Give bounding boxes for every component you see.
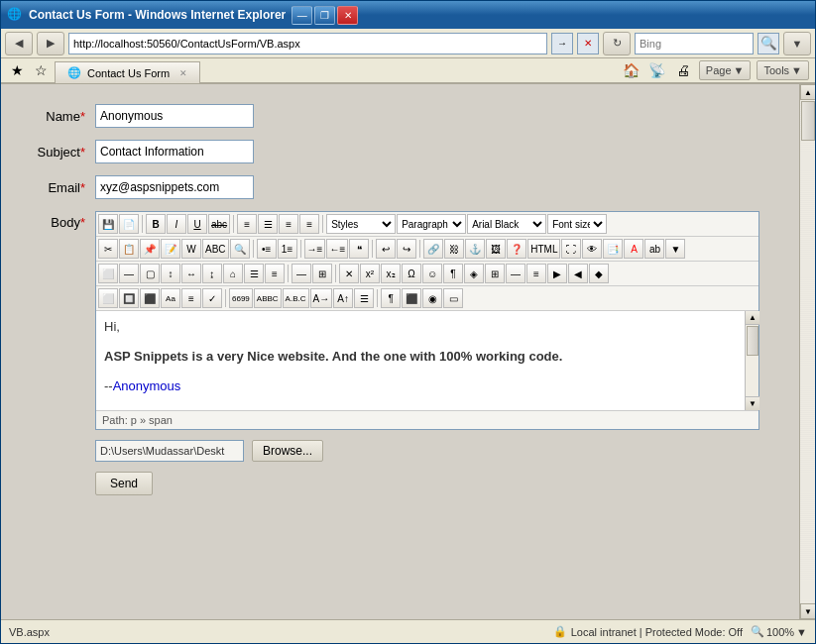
scroll-up-arrow[interactable]: ▲ — [800, 84, 815, 100]
browse-button[interactable]: Browse... — [252, 440, 323, 462]
rte-new-btn[interactable]: 📄 — [119, 214, 139, 234]
subject-input[interactable] — [95, 140, 254, 163]
name-input[interactable] — [95, 104, 254, 128]
rte-help-btn[interactable]: ❓ — [507, 239, 526, 259]
menu-button[interactable]: ▼ — [783, 32, 811, 55]
rte-image-btn[interactable]: 🖼 — [486, 239, 506, 259]
rte-paste-word-btn[interactable]: W — [181, 239, 201, 259]
rte-align-right-btn[interactable]: ≡ — [279, 214, 298, 234]
rte-t12-btn[interactable]: ✕ — [339, 264, 359, 283]
rte-r14-btn[interactable]: ⬛ — [402, 288, 421, 308]
search-input[interactable] — [635, 33, 754, 54]
print-button[interactable]: 🖨 — [673, 60, 693, 80]
email-input[interactable] — [95, 175, 254, 199]
go-button[interactable]: → — [551, 33, 573, 54]
rte-cut-btn[interactable]: ✂ — [98, 239, 118, 259]
rte-italic-btn[interactable]: I — [167, 214, 186, 234]
rte-t24-btn[interactable]: ◆ — [589, 264, 609, 283]
rte-color-btn[interactable]: A — [624, 239, 643, 259]
rte-t15-btn[interactable]: Ω — [402, 264, 421, 283]
rte-fullscreen-btn[interactable]: ⛶ — [561, 239, 581, 259]
stop-button[interactable]: ✕ — [577, 33, 599, 54]
rte-r16-btn[interactable]: ▭ — [443, 288, 463, 308]
rte-strikethrough-btn[interactable]: abc — [208, 214, 230, 234]
rte-font-select[interactable]: Arial Black — [467, 214, 546, 234]
minimize-button[interactable]: — — [291, 6, 312, 25]
tab-contact-us-form[interactable]: 🌐 Contact Us Form ✕ — [55, 61, 200, 83]
rte-indent-btn[interactable]: →≡ — [304, 239, 326, 259]
rte-templates-btn[interactable]: 📑 — [603, 239, 623, 259]
zoom-control[interactable]: 🔍 100% ▼ — [751, 625, 807, 638]
rte-scroll-up[interactable]: ▲ — [746, 311, 759, 325]
rte-anchor-btn[interactable]: ⚓ — [465, 239, 485, 259]
rte-unlink-btn[interactable]: ⛓ — [444, 239, 464, 259]
favorites-star-button[interactable]: ★ — [7, 60, 27, 80]
page-menu-button[interactable]: Page▼ — [699, 60, 752, 80]
rte-t13-btn[interactable]: x² — [360, 264, 380, 283]
rte-t19-btn[interactable]: ⊞ — [485, 264, 505, 283]
rte-r3-btn[interactable]: ⬛ — [140, 288, 160, 308]
main-scrollbar[interactable]: ▲ ▼ — [799, 84, 815, 619]
rte-r15-btn[interactable]: ◉ — [422, 288, 442, 308]
home-button[interactable]: 🏠 — [622, 60, 641, 80]
rss-button[interactable]: 📡 — [647, 60, 667, 80]
rte-t20-btn[interactable]: — — [506, 264, 525, 283]
rte-align-left-btn[interactable]: ≡ — [237, 214, 257, 234]
rte-text-area[interactable]: Hi, ASP Snippets is a very Nice website.… — [96, 311, 745, 410]
rte-r7-btn[interactable]: 6699 — [229, 288, 253, 308]
rte-bgcolor-btn[interactable]: ab — [644, 239, 664, 259]
rte-fontsize-select[interactable]: Font size — [547, 214, 607, 234]
rte-link-btn[interactable]: 🔗 — [423, 239, 443, 259]
rte-t7-btn[interactable]: ⌂ — [223, 264, 243, 283]
search-button[interactable]: 🔍 — [758, 33, 779, 54]
rte-t9-btn[interactable]: ≡ — [265, 264, 285, 283]
rte-copy-btn[interactable]: 📋 — [119, 239, 139, 259]
rte-t5-btn[interactable]: ↔ — [181, 264, 201, 283]
rte-list-ordered-btn[interactable]: 1≡ — [278, 239, 297, 259]
rte-find-btn[interactable]: 🔍 — [230, 239, 250, 259]
rte-t16-btn[interactable]: ☺ — [422, 264, 442, 283]
rte-t10-btn[interactable]: — — [291, 264, 311, 283]
refresh-button[interactable]: ↻ — [603, 32, 631, 55]
rte-html-btn[interactable]: HTML — [527, 239, 560, 259]
rte-t8-btn[interactable]: ☰ — [244, 264, 264, 283]
rte-scroll-thumb[interactable] — [747, 326, 758, 356]
rte-paste-btn[interactable]: 📌 — [140, 239, 160, 259]
rte-r2-btn[interactable]: 🔲 — [119, 288, 139, 308]
close-button[interactable]: ✕ — [337, 6, 358, 25]
rte-redo-btn[interactable]: ↪ — [397, 239, 416, 259]
rte-paragraph-select[interactable]: Paragraph — [397, 214, 466, 234]
rte-r4-btn[interactable]: Aa — [161, 288, 180, 308]
rte-scroll-down[interactable]: ▼ — [746, 396, 759, 410]
rte-t14-btn[interactable]: x₂ — [381, 264, 401, 283]
back-button[interactable]: ◀ — [5, 32, 33, 55]
rte-r9-btn[interactable]: A.B.C — [283, 288, 309, 308]
scroll-down-arrow[interactable]: ▼ — [800, 603, 815, 619]
rte-styles-select[interactable]: Styles — [326, 214, 396, 234]
rte-t17-btn[interactable]: ¶ — [443, 264, 463, 283]
rte-align-center-btn[interactable]: ☰ — [258, 214, 278, 234]
rte-t18-btn[interactable]: ◈ — [464, 264, 484, 283]
rte-scrollbar[interactable]: ▲ ▼ — [745, 311, 758, 410]
rte-list-unordered-btn[interactable]: •≡ — [257, 239, 277, 259]
rte-save-btn[interactable]: 💾 — [98, 214, 118, 234]
rte-t1-btn[interactable]: ⬜ — [98, 264, 118, 283]
rte-r1-btn[interactable]: ⬜ — [98, 288, 118, 308]
rte-more-btn[interactable]: ▼ — [665, 239, 685, 259]
rte-t3-btn[interactable]: ▢ — [140, 264, 160, 283]
forward-button[interactable]: ▶ — [37, 32, 64, 55]
rte-t4-btn[interactable]: ↕ — [161, 264, 180, 283]
restore-button[interactable]: ❐ — [314, 6, 335, 25]
rte-t6-btn[interactable]: ↨ — [202, 264, 222, 283]
rte-r12-btn[interactable]: ☰ — [354, 288, 374, 308]
rte-t21-btn[interactable]: ≡ — [526, 264, 546, 283]
rte-r13-btn[interactable]: ¶ — [381, 288, 401, 308]
rte-r5-btn[interactable]: ≡ — [181, 288, 201, 308]
send-button[interactable]: Send — [95, 472, 153, 495]
scroll-thumb[interactable] — [801, 101, 815, 141]
tools-menu-button[interactable]: Tools▼ — [757, 60, 809, 80]
address-input[interactable] — [68, 33, 547, 54]
add-favorites-button[interactable]: ☆ — [31, 60, 51, 80]
rte-spellcheck-btn[interactable]: ABC — [202, 239, 229, 259]
rte-r8-btn[interactable]: ABBC — [254, 288, 282, 308]
